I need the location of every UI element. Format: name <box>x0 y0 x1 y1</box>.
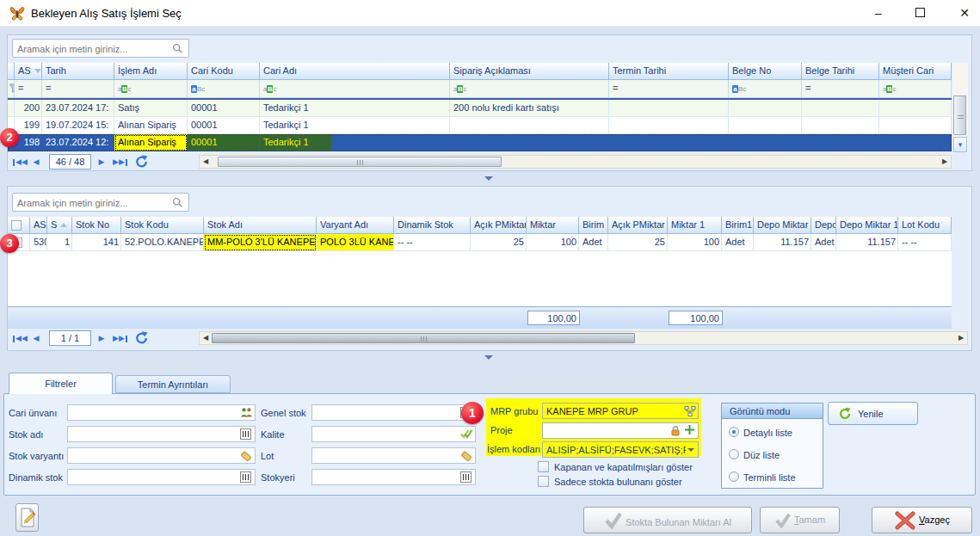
column-header[interactable]: Birim1 <box>722 217 754 234</box>
filter-cell[interactable]: = <box>802 80 879 98</box>
column-header[interactable]: ASD <box>30 217 47 234</box>
column-header[interactable]: Tarih <box>42 63 114 80</box>
maximize-button[interactable] <box>907 4 933 22</box>
pager-refresh-icon[interactable] <box>134 331 149 347</box>
column-header[interactable]: Miktar <box>527 217 579 234</box>
radio-terminli-liste[interactable] <box>729 471 739 482</box>
tag-icon[interactable] <box>460 450 473 463</box>
minimize-button[interactable]: – <box>866 4 891 22</box>
pager-refresh-icon[interactable] <box>134 155 149 170</box>
tab-termin-ayrintilari[interactable]: Termin Ayrıntıları <box>115 375 231 393</box>
lock-icon[interactable] <box>670 425 681 439</box>
orders-vertical-scrollbar[interactable]: ▼ <box>952 63 968 152</box>
column-header[interactable]: Depo Miktar <box>754 217 811 234</box>
scroll-down-icon[interactable]: ▼ <box>953 137 967 152</box>
column-header[interactable]: Varyant Adı <box>317 217 394 234</box>
table-row[interactable]: 20023.07.2024 17:Satış00001Tedarikçi 120… <box>8 100 952 117</box>
tag-icon[interactable] <box>240 450 253 463</box>
lot-field[interactable] <box>311 447 476 464</box>
column-header[interactable]: S <box>47 217 72 234</box>
filter-cell[interactable]: = <box>609 80 729 98</box>
column-header[interactable]: Sipariş Açıklaması <box>450 63 609 80</box>
refresh-button[interactable]: Yenile <box>828 402 918 425</box>
items-search-input[interactable] <box>13 194 166 209</box>
column-header[interactable]: Açık PMiktar 1 <box>608 217 668 234</box>
project-field[interactable] <box>542 422 699 439</box>
pager-next-button[interactable]: ▶ <box>96 155 108 169</box>
splitter-collapse-icon[interactable] <box>484 176 493 185</box>
filter-cell[interactable]: aBc <box>729 80 802 98</box>
column-header[interactable]: Stok No <box>72 217 121 234</box>
filter-cell[interactable]: aBc <box>114 80 188 98</box>
column-header[interactable]: Dinamik Stok <box>394 217 471 234</box>
edit-note-button[interactable] <box>15 503 39 532</box>
column-header[interactable]: Belge Tarihi <box>802 63 879 80</box>
cancel-button[interactable]: Vazgeç <box>872 507 972 533</box>
barcode-icon[interactable] <box>460 471 473 484</box>
column-header[interactable]: Müşteri Cari <box>879 63 952 80</box>
dinamik-stok-field[interactable] <box>67 469 256 485</box>
scroll-left-icon[interactable]: ◀ <box>201 332 210 344</box>
select-all-checkbox[interactable] <box>11 220 22 231</box>
cari-unvani-field[interactable] <box>67 404 256 421</box>
barcode-icon[interactable] <box>240 428 253 441</box>
splitter-collapse-icon[interactable] <box>484 355 493 364</box>
stok-varyanti-field[interactable] <box>67 447 256 464</box>
take-stock-button[interactable]: Stokta Bulunan Miktarı Al <box>583 507 752 533</box>
filter-cell[interactable]: aBc <box>260 80 450 98</box>
column-header[interactable]: Depo Miktar 1 <box>836 217 898 234</box>
table-row[interactable]: 19919.07.2024 15:Alınan Sipariş00001Teda… <box>8 117 952 134</box>
horizontal-scrollbar[interactable]: ◀▶ <box>199 331 968 345</box>
column-header[interactable]: Stok Kodu <box>121 217 204 234</box>
pager-prev-button[interactable]: ◀ <box>30 155 42 169</box>
column-header[interactable]: Cari Adı <box>260 63 450 80</box>
column-header[interactable]: Belge No <box>729 63 802 80</box>
filter-cell[interactable]: aBc <box>879 80 952 98</box>
ok-button[interactable]: Tamam <box>760 507 840 533</box>
radio-detayl-liste[interactable] <box>729 427 739 437</box>
column-header[interactable] <box>8 63 15 80</box>
pager-first-button[interactable]: ◀◀ <box>10 331 29 345</box>
only-in-stock-checkbox[interactable] <box>538 476 549 487</box>
orders-search-input[interactable] <box>13 40 166 55</box>
stok-adi-field[interactable] <box>67 426 256 442</box>
genel-stok-field[interactable] <box>311 404 476 421</box>
process-codes-field[interactable]: ALISİP;ALSİFÜ;FASEVK;SATIŞ;POSSA <box>542 441 699 458</box>
table-row[interactable]: 530114152.POLO.KANEPEMM-POLO 3'LÜ KANEPE… <box>8 234 952 251</box>
scroll-thumb[interactable] <box>218 157 502 167</box>
table-row[interactable]: 19823.07.2024 12:Alınan Sipariş00001Teda… <box>8 134 952 151</box>
scroll-right-icon[interactable]: ▶ <box>957 332 965 344</box>
stokyeri-field[interactable] <box>311 469 476 485</box>
show-closed-checkbox[interactable] <box>538 461 549 472</box>
column-header[interactable]: AS <box>15 63 42 80</box>
radio-d-z-liste[interactable] <box>729 449 739 459</box>
column-header[interactable]: İşlem Adı <box>114 63 188 80</box>
add-icon[interactable] <box>684 424 695 437</box>
check-icon[interactable] <box>460 428 473 441</box>
kalite-field[interactable] <box>311 426 476 442</box>
scroll-right-icon[interactable]: ▶ <box>940 156 949 168</box>
column-header[interactable]: Miktar 1 <box>668 217 722 234</box>
pager-last-button[interactable]: ▶▶ <box>111 155 130 169</box>
column-header[interactable]: Açık PMiktar <box>471 217 527 234</box>
filter-cell[interactable]: aBc <box>188 80 260 98</box>
column-header[interactable] <box>8 217 30 234</box>
barcode-icon[interactable] <box>240 471 253 484</box>
tree-select-icon[interactable] <box>684 405 696 419</box>
pager-prev-button[interactable]: ◀ <box>30 331 42 345</box>
people-icon[interactable] <box>240 407 253 420</box>
scroll-left-icon[interactable]: ◀ <box>201 156 210 168</box>
close-button[interactable]: ✕ <box>952 4 977 22</box>
filter-cell[interactable]: = <box>42 80 114 98</box>
column-header[interactable]: Birim <box>579 217 608 234</box>
filter-cell[interactable]: = <box>15 80 42 98</box>
scroll-thumb[interactable] <box>212 333 635 343</box>
pager-next-button[interactable]: ▶ <box>96 331 108 345</box>
horizontal-scrollbar[interactable]: ◀▶ <box>199 155 952 169</box>
column-header[interactable]: Stok Adı <box>204 217 317 234</box>
column-header[interactable]: Depo <box>811 217 836 234</box>
pager-first-button[interactable]: ◀◀ <box>10 155 29 169</box>
filter-cell[interactable] <box>8 80 15 98</box>
column-header[interactable]: Lot Kodu <box>898 217 952 234</box>
filter-cell[interactable]: aBc <box>450 80 609 98</box>
